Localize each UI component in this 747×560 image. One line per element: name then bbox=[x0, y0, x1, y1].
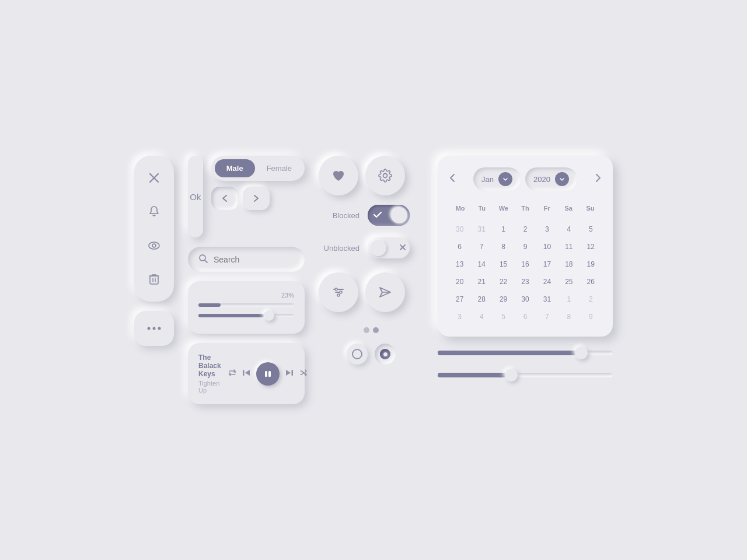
calendar-day[interactable]: 19 bbox=[581, 256, 601, 272]
calendar-day[interactable]: 13 bbox=[449, 256, 470, 272]
calendar-day[interactable]: 18 bbox=[558, 256, 579, 272]
slider1-fill bbox=[198, 303, 221, 307]
svg-point-26 bbox=[340, 291, 342, 293]
calendar-day[interactable]: 16 bbox=[515, 256, 535, 272]
player-controls bbox=[228, 362, 308, 386]
calendar-day[interactable]: 3 bbox=[449, 309, 470, 325]
calendar-day[interactable]: 8 bbox=[558, 309, 579, 325]
calendar-day[interactable]: 9 bbox=[515, 239, 535, 255]
shuffle-icon[interactable] bbox=[299, 369, 308, 379]
icon-circle-row bbox=[319, 156, 424, 195]
calendar-day[interactable]: 4 bbox=[471, 309, 491, 325]
calendar-day[interactable]: 1 bbox=[558, 291, 579, 307]
calendar-prev-button[interactable] bbox=[449, 173, 455, 185]
calendar-day[interactable]: 30 bbox=[515, 291, 535, 307]
eye-icon[interactable] bbox=[144, 235, 165, 256]
calendar-day[interactable]: 20 bbox=[449, 274, 470, 290]
svg-point-27 bbox=[337, 294, 340, 296]
calendar-selects: Jan 2020 bbox=[473, 167, 577, 191]
calendar-day[interactable]: 15 bbox=[493, 256, 514, 272]
filter-button[interactable] bbox=[319, 272, 358, 312]
year-dropdown-icon[interactable] bbox=[555, 172, 569, 186]
icon-sidebar bbox=[134, 156, 174, 302]
calendar-day[interactable]: 27 bbox=[449, 291, 470, 307]
month-value: Jan bbox=[481, 175, 494, 184]
year-select[interactable]: 2020 bbox=[525, 167, 577, 191]
pause-button[interactable] bbox=[256, 362, 280, 386]
calendar-day[interactable]: 6 bbox=[515, 309, 535, 325]
svg-point-3 bbox=[152, 244, 156, 247]
slider2-track[interactable] bbox=[198, 314, 294, 317]
calendar-day[interactable]: 9 bbox=[581, 309, 601, 325]
nav-next-button[interactable] bbox=[243, 187, 270, 210]
calendar-grid: 3031123456789101112131415161718192021222… bbox=[449, 221, 601, 325]
unblocked-toggle[interactable] bbox=[368, 237, 410, 258]
calendar-day[interactable]: 24 bbox=[537, 274, 557, 290]
calendar-day[interactable]: 10 bbox=[537, 239, 557, 255]
calendar-day[interactable]: 1 bbox=[493, 221, 514, 237]
calendar-day[interactable]: 7 bbox=[537, 309, 557, 325]
prev-track-icon[interactable] bbox=[242, 369, 250, 379]
day-label-tu: Tu bbox=[471, 202, 493, 214]
more-button[interactable] bbox=[134, 311, 174, 346]
col2: Ok Male Female bbox=[188, 156, 305, 404]
calendar-day[interactable]: 7 bbox=[471, 239, 491, 255]
calendar-day[interactable]: 5 bbox=[581, 221, 601, 237]
gender-male-button[interactable]: Male bbox=[215, 159, 255, 177]
radio-dots bbox=[364, 327, 379, 333]
trash-icon[interactable] bbox=[144, 269, 165, 290]
calendar-day[interactable]: 22 bbox=[493, 274, 514, 290]
bottom-slider2-thumb[interactable] bbox=[505, 369, 518, 382]
calendar-day[interactable]: 26 bbox=[581, 274, 601, 290]
calendar-day[interactable]: 6 bbox=[449, 239, 470, 255]
calendar-day[interactable]: 5 bbox=[493, 309, 514, 325]
calendar-day[interactable]: 8 bbox=[493, 239, 514, 255]
calendar-day[interactable]: 4 bbox=[558, 221, 579, 237]
repeat-icon[interactable] bbox=[228, 369, 236, 379]
calendar-day-labels: Mo Tu We Th Fr Sa Su bbox=[449, 202, 601, 214]
calendar-day[interactable]: 30 bbox=[449, 221, 470, 237]
slider2-thumb[interactable] bbox=[264, 310, 274, 321]
month-dropdown-icon[interactable] bbox=[498, 172, 512, 186]
bottom-slider1-thumb[interactable] bbox=[575, 346, 588, 359]
month-select[interactable]: Jan bbox=[473, 167, 521, 191]
calendar-day[interactable]: 11 bbox=[558, 239, 579, 255]
svg-rect-4 bbox=[150, 276, 158, 284]
search-input[interactable] bbox=[214, 255, 294, 264]
heart-button[interactable] bbox=[319, 156, 358, 195]
close-icon[interactable] bbox=[144, 167, 165, 188]
calendar-day[interactable]: 29 bbox=[493, 291, 514, 307]
radio-unselected[interactable] bbox=[347, 344, 368, 365]
blocked-toggle[interactable] bbox=[368, 205, 410, 226]
col1 bbox=[134, 156, 174, 346]
gender-female-button[interactable]: Female bbox=[257, 159, 301, 177]
send-button[interactable] bbox=[365, 272, 405, 312]
calendar-day[interactable]: 25 bbox=[558, 274, 579, 290]
calendar-day[interactable]: 12 bbox=[581, 239, 601, 255]
svg-point-25 bbox=[335, 288, 337, 290]
svg-rect-15 bbox=[265, 371, 267, 377]
day-label-su: Su bbox=[580, 202, 601, 214]
nav-prev-button[interactable] bbox=[211, 187, 238, 210]
bell-icon[interactable] bbox=[144, 201, 165, 222]
calendar-next-button[interactable] bbox=[595, 173, 601, 185]
svg-point-9 bbox=[153, 327, 156, 330]
music-player: The Balack Keys Tighten Up bbox=[188, 343, 305, 404]
bottom-slider2-track[interactable] bbox=[438, 373, 613, 377]
settings-button[interactable] bbox=[365, 156, 405, 195]
slider1-track[interactable] bbox=[198, 303, 294, 307]
calendar-day[interactable]: 14 bbox=[471, 256, 491, 272]
calendar-day[interactable]: 17 bbox=[537, 256, 557, 272]
ok-button[interactable]: Ok bbox=[188, 156, 203, 237]
calendar-day[interactable]: 2 bbox=[515, 221, 535, 237]
svg-point-19 bbox=[383, 174, 388, 178]
calendar-day[interactable]: 31 bbox=[471, 221, 491, 237]
calendar-day[interactable]: 21 bbox=[471, 274, 491, 290]
calendar-day[interactable]: 2 bbox=[581, 291, 601, 307]
radio-selected[interactable] bbox=[375, 344, 396, 365]
next-track-icon[interactable] bbox=[285, 369, 294, 379]
calendar-day[interactable]: 28 bbox=[471, 291, 491, 307]
calendar-day[interactable]: 31 bbox=[537, 291, 557, 307]
calendar-day[interactable]: 3 bbox=[537, 221, 557, 237]
calendar-day[interactable]: 23 bbox=[515, 274, 535, 290]
